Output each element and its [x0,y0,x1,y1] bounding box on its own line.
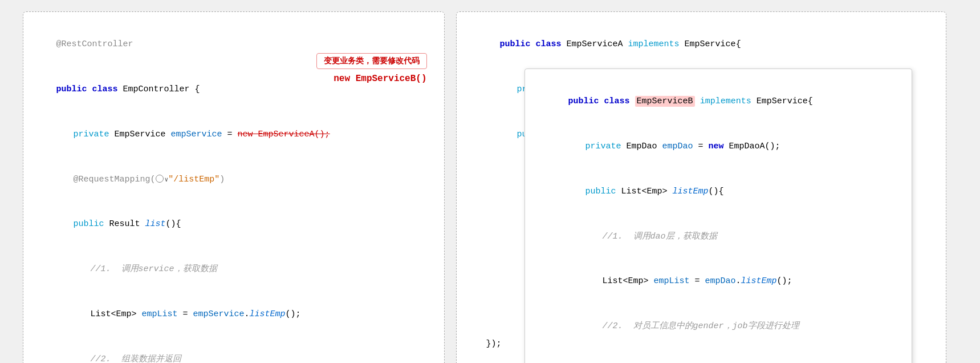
method-declaration: public Result list(){ [53,202,432,247]
field-declaration: private EmpService empService = new EmpS… [53,112,432,158]
emplist-var: empList [142,309,178,319]
rf-field: private EmpDao empDao = new EmpDaoA(); [555,124,899,170]
class-keyword: class [92,84,118,94]
rf-class-decl: public class EmpServiceB implements EmpS… [538,79,899,124]
emplist-declaration: List<Emp> empList = empService.listEmp()… [70,292,432,337]
right-panel-container: public class EmpServiceA implements EmpS… [456,11,958,363]
emp-service-var: empService [171,130,222,139]
public-keyword: public [56,84,87,94]
request-mapping-annotation: @RequestMapping( [74,175,156,184]
path-string: "/listEmp" [168,175,219,184]
rest-controller-annotation: @RestController [56,39,133,49]
rb-class-decl: public class EmpServiceA implements EmpS… [469,22,933,67]
empserviceb-highlight: EmpServiceB [635,96,695,107]
comment1: //1. 调用service，获取数据 [70,247,432,292]
comment-text-1: //1. 调用service，获取数据 [91,264,217,274]
comment-text-2: //2. 组装数据并返回 [91,354,181,364]
new-service-label: new EmpServiceB() [334,74,426,84]
rf-method-decl: public List<Emp> listEmp(){ [555,170,899,215]
strikethrough-text: new EmpServiceA(); [238,130,330,139]
empservice-ref: empService [193,309,245,319]
paren-close: ) [219,175,225,184]
globe-icon [156,175,164,183]
private-keyword: private [74,130,109,139]
emp-service-b-panel: public class EmpServiceB implements EmpS… [524,68,912,363]
rf-stream-call: empList.stream().forEach(emp -> { [572,349,899,364]
rf-emplist-decl: List<Emp> empList = empDao.listEmp(); [572,259,899,304]
annotation-bubble: 变更业务类，需要修改代码 [316,53,427,69]
rf-comment1: //1. 调用dao层，获取数据 [572,214,899,259]
request-mapping: @RequestMapping(∨"/listEmp") [53,157,432,202]
comment2: //2. 组装数据并返回 [70,337,432,363]
left-panel: @RestController public class EmpControll… [23,11,445,363]
rf-comment2: //2. 对员工信息中的gender，job字段进行处理 [572,304,899,349]
list-method: list [145,219,166,229]
listemp-call: listEmp [250,309,286,319]
public-keyword2: public [74,219,104,229]
